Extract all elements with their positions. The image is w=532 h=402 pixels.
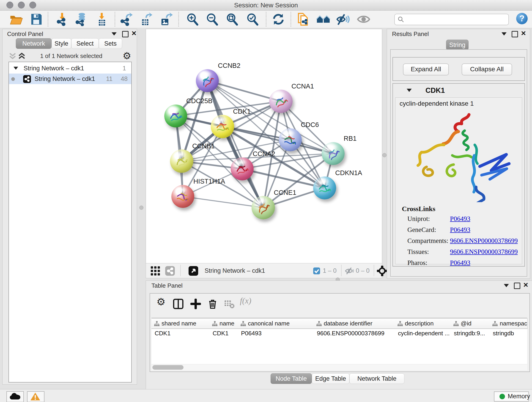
selected-checkbox-icon[interactable] xyxy=(313,268,320,274)
crosslink-link[interactable]: P06493 xyxy=(450,226,470,234)
table-cell[interactable]: CDK1 xyxy=(152,328,209,338)
open-session-icon[interactable] xyxy=(9,12,23,26)
gear-icon[interactable]: ⚙ xyxy=(123,50,131,61)
tab-sets[interactable]: Sets xyxy=(99,38,122,49)
splitter-handle[interactable] xyxy=(382,153,386,157)
column-header-namespace[interactable]: namespace xyxy=(490,318,528,329)
crosslink-link[interactable]: 9606.ENSP00000378699 xyxy=(450,237,518,245)
table-hscrollbar-thumb[interactable] xyxy=(152,365,184,370)
grid-view-icon[interactable] xyxy=(151,266,160,276)
search-box xyxy=(394,14,509,25)
network-row[interactable]: String Network – cdk1 11 48 xyxy=(9,74,131,84)
function-builder-icon[interactable]: f(x) xyxy=(240,296,251,306)
window-title: Session: New Session xyxy=(0,2,532,9)
cloud-button[interactable] xyxy=(6,391,24,402)
gear-icon[interactable]: ⚙ xyxy=(157,296,165,307)
panel-close-icon[interactable]: ✕ xyxy=(521,31,526,36)
delete-table-icon[interactable] xyxy=(224,299,234,309)
table-cell[interactable]: 9606.ENSP00000378699 xyxy=(314,328,395,338)
tab-node-table[interactable]: Node Table xyxy=(271,373,312,384)
hide-results-icon[interactable] xyxy=(336,12,350,26)
import-database-icon[interactable] xyxy=(75,12,88,26)
import-table-icon[interactable] xyxy=(95,12,109,26)
column-header-database-identifier[interactable]: database identifier xyxy=(314,318,395,329)
crosslink-link[interactable]: P06493 xyxy=(450,215,470,223)
tree-expand-icon[interactable] xyxy=(13,67,18,70)
save-session-icon[interactable] xyxy=(29,12,43,26)
network-canvas[interactable]: CCNB2CCNA1CDC25BCDK1CDC6RB1CCNB1CCNA2CDK… xyxy=(146,29,382,264)
crosslink-link[interactable]: 9606.ENSP00000378699 xyxy=(450,248,518,255)
expand-all-icon[interactable] xyxy=(17,51,26,61)
crosslink-link[interactable]: P06493 xyxy=(450,259,470,267)
collapse-all-button[interactable]: Collapse All xyxy=(462,64,512,75)
table-cell[interactable]: stringdb xyxy=(490,328,527,338)
zoom-out-icon[interactable] xyxy=(205,12,219,26)
tab-network[interactable]: Network xyxy=(16,38,51,49)
memory-button[interactable]: Memory xyxy=(494,391,529,402)
column-header-canonical-name[interactable]: canonical name xyxy=(238,318,314,329)
table-cell[interactable]: stringdb:9... xyxy=(451,328,490,338)
section-collapse-icon[interactable] xyxy=(407,89,412,92)
panel-menu-icon[interactable] xyxy=(112,32,117,36)
network-edge[interactable] xyxy=(183,196,263,208)
panel-float-icon[interactable] xyxy=(512,31,518,37)
collapse-all-icon[interactable] xyxy=(8,51,17,61)
export-image-icon[interactable] xyxy=(159,12,173,26)
column-header-description[interactable]: description xyxy=(395,318,451,329)
table-panel: Table Panel ✕ ⚙ f(x) shared namenamecano… xyxy=(146,281,532,390)
table-cell[interactable]: cyclin-dependent ... xyxy=(395,328,451,338)
column-header-shared-name[interactable]: shared name xyxy=(152,318,210,329)
network-edge[interactable] xyxy=(207,81,263,208)
network-node-ccnb1[interactable] xyxy=(170,149,193,173)
network-node-cdc25b[interactable] xyxy=(164,104,187,128)
add-column-icon[interactable] xyxy=(190,299,201,309)
table-cell[interactable]: P06493 xyxy=(238,328,314,338)
panel-close-icon[interactable]: ✕ xyxy=(523,283,528,288)
zoom-fit-icon[interactable] xyxy=(225,12,239,26)
tab-select[interactable]: Select xyxy=(71,38,99,49)
expand-all-button[interactable]: Expand All xyxy=(403,64,449,75)
network-node-ccna2[interactable] xyxy=(231,157,254,180)
network-node-cdk1[interactable] xyxy=(211,115,234,138)
share-view-icon[interactable] xyxy=(165,266,175,276)
tab-style[interactable]: Style xyxy=(51,38,71,49)
refresh-icon[interactable] xyxy=(272,12,285,26)
warning-button[interactable] xyxy=(27,391,44,402)
import-network-icon[interactable] xyxy=(55,12,69,26)
zoom-selected-icon[interactable] xyxy=(246,12,259,26)
search-input[interactable] xyxy=(407,15,504,23)
column-header-name[interactable]: name xyxy=(209,318,238,329)
network-collection-row[interactable]: String Network – cdk1 1 xyxy=(9,63,131,74)
export-network-icon[interactable] xyxy=(119,12,133,26)
network-node-ccnb2[interactable] xyxy=(196,69,219,92)
zoom-in-icon[interactable] xyxy=(186,12,199,26)
tab-network-table[interactable]: Network Table xyxy=(349,373,404,384)
panel-float-icon[interactable] xyxy=(122,31,128,37)
birdseye-icon[interactable] xyxy=(189,266,198,276)
hidden-eye-icon[interactable] xyxy=(345,267,354,275)
splitter-handle[interactable] xyxy=(139,206,143,210)
panel-menu-icon[interactable] xyxy=(501,32,507,36)
network-node-cdc6[interactable] xyxy=(279,128,302,151)
crosshair-icon[interactable] xyxy=(377,266,387,276)
panel-float-icon[interactable] xyxy=(514,283,520,289)
network-node-rb1[interactable] xyxy=(322,142,345,165)
show-results-icon[interactable] xyxy=(357,12,370,26)
table-cell[interactable]: CDK1 xyxy=(209,328,238,338)
tab-edge-table[interactable]: Edge Table xyxy=(312,373,349,384)
delete-column-icon[interactable] xyxy=(207,299,218,309)
panel-menu-icon[interactable] xyxy=(504,284,509,287)
columns-icon[interactable] xyxy=(173,299,184,309)
help-icon[interactable]: ? xyxy=(516,13,528,24)
network-node-ccna1[interactable] xyxy=(269,89,293,113)
tab-string[interactable]: String xyxy=(446,40,469,50)
stringify-homes-icon[interactable] xyxy=(317,12,330,26)
panel-close-icon[interactable]: ✕ xyxy=(131,31,137,36)
string-import-icon[interactable] xyxy=(297,12,310,26)
network-edge[interactable] xyxy=(242,169,325,188)
network-node-ccne1[interactable] xyxy=(252,196,275,219)
column-header--id[interactable]: @id xyxy=(451,318,490,329)
network-node-cdkn1a[interactable] xyxy=(313,177,336,199)
export-table-icon[interactable] xyxy=(139,12,153,26)
network-node-hist1h1a[interactable] xyxy=(171,185,194,208)
